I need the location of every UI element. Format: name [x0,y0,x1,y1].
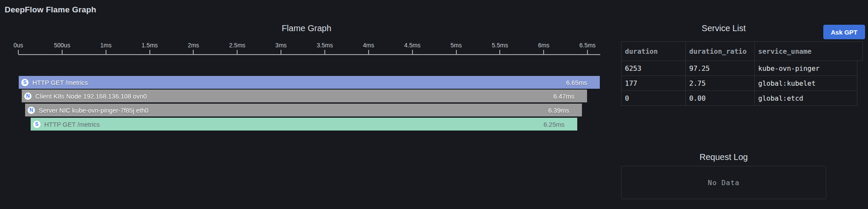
flame-bar[interactable]: SHTTP GET /metrics6.25ms [31,118,577,131]
span-s-icon: S [21,79,29,86]
axis-tick-label: 5ms [437,42,476,49]
column-header-service_uname[interactable]: service_uname [755,42,862,61]
flame-bar-duration: 6.65ms [566,79,587,86]
flame-bar[interactable]: SHTTP GET /metrics6.65ms [19,76,600,89]
axis-tick-mark [587,50,588,54]
flame-bar-label: Server NIC kube-ovn-pinger-7f85j eth0 [39,107,548,114]
flame-bar-label: HTTP GET /metrics [32,79,566,86]
axis-tick-label: 3ms [262,42,300,49]
ask-gpt-button[interactable]: Ask GPT [823,25,865,39]
cell-service_uname: global:etcd [755,91,857,105]
cell-service_uname: kube-ovn-pinger [755,61,857,75]
flame-bar-label: HTTP GET /metrics [44,121,544,128]
axis-tick-label: 0us [0,42,37,49]
axis-tick-label: 6ms [524,42,563,49]
column-header-duration_ratio[interactable]: duration_ratio [686,42,755,61]
service-table-body: 625397.25kube-ovn-pinger1772.75global:ku… [621,61,857,106]
network-n-icon: N [28,107,35,114]
axis-tick-label: 500us [43,42,81,49]
cell-duration_ratio: 2.75 [686,76,755,90]
axis-tick-label: 6.5ms [568,42,607,49]
cell-duration_ratio: 97.25 [686,61,755,75]
axis-tick-mark [18,50,19,54]
axis-tick-label: 5.5ms [481,42,519,49]
axis-tick-label: 2ms [174,42,212,49]
axis-tick-mark [324,50,325,54]
axis-tick-mark [149,50,150,54]
page-title: DeepFlow Flame Graph [5,5,96,15]
axis-tick-mark [412,50,413,54]
service-list-table: durationduration_ratioservice_uname 6253… [621,41,863,106]
flame-bar-duration: 6.25ms [544,121,564,128]
axis-tick-mark [281,50,281,54]
cell-duration: 6253 [622,61,686,75]
service-table-row[interactable]: 1772.75global:kubelet [621,76,857,91]
flame-bar-duration: 6.39ms [548,107,569,114]
axis-tick-label: 3.5ms [306,42,344,49]
flame-bar[interactable]: NServer NIC kube-ovn-pinger-7f85j eth06.… [25,104,582,116]
service-table-header: durationduration_ratioservice_uname [621,41,863,61]
flame-bar-duration: 6.47ms [553,93,574,100]
flame-graph-title: Flame Graph [13,23,600,33]
no-data-text: No Data [708,179,739,187]
cell-duration: 0 [622,91,686,105]
flame-bar-label: Client K8s Node 192.168.136.108 ovn0 [35,93,553,100]
span-s-icon: S [33,121,40,128]
axis-tick-label: 4.5ms [393,42,432,49]
axis-tick-label: 1.5ms [131,42,169,49]
flame-bar[interactable]: NClient K8s Node 192.168.136.108 ovn06.4… [22,90,587,102]
cell-duration_ratio: 0.00 [686,91,755,105]
service-table-row[interactable]: 00.00global:etcd [621,91,857,106]
cell-duration: 177 [622,76,686,90]
axis-tick-mark [62,50,63,54]
network-n-icon: N [24,93,32,100]
request-log-empty-box: No Data [621,166,826,199]
axis-tick-label: 2.5ms [218,42,256,49]
axis-tick-mark [106,50,106,54]
axis-baseline [18,54,600,55]
request-log-title: Request Log [619,152,828,162]
axis-tick-mark [499,50,500,54]
cell-service_uname: global:kubelet [755,76,857,90]
axis-tick-mark [193,50,194,54]
service-list-title: Service List [619,23,828,33]
axis-tick-mark [543,50,544,54]
axis-tick-mark [368,50,369,54]
axis-tick-mark [456,50,457,54]
axis-tick-label: 1ms [87,42,125,49]
axis-tick-label: 4ms [349,42,388,49]
column-header-duration[interactable]: duration [622,42,686,61]
axis-tick-mark [237,50,238,54]
service-table-row[interactable]: 625397.25kube-ovn-pinger [621,61,857,76]
